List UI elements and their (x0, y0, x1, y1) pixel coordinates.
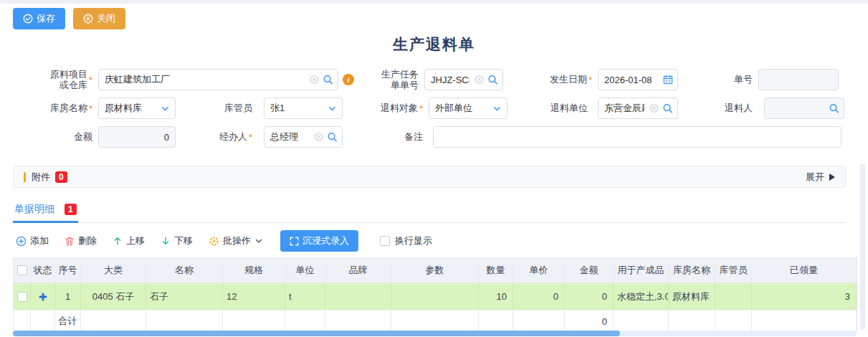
col-header-unit: 单位 (285, 258, 325, 283)
return-target-label: 退料对象 * (343, 98, 429, 119)
search-icon[interactable] (487, 75, 498, 85)
batch-operations-button[interactable]: 批操作 (209, 234, 263, 247)
search-icon[interactable] (323, 75, 333, 85)
col-header-brand: 品牌 (325, 258, 391, 283)
warehouse-keeper-label: 库管员 (176, 98, 258, 119)
plus-icon[interactable] (39, 293, 47, 301)
save-button-label: 保存 (37, 12, 55, 25)
col-header-spec: 规格 (223, 258, 285, 283)
save-button[interactable]: 保存 (13, 8, 65, 29)
clear-icon[interactable] (649, 104, 659, 113)
close-button-label: 关闭 (97, 12, 115, 25)
required-asterisk: * (249, 132, 252, 143)
search-icon[interactable] (327, 132, 338, 143)
cell-name[interactable]: 石子 (146, 283, 223, 310)
chevron-down-icon (492, 104, 502, 113)
detail-table: 状态 序号 大类 名称 规格 单位 品牌 参数 数量 单价 金额 用于产成品 库… (13, 257, 857, 333)
cell-spec[interactable]: 12 (223, 283, 285, 310)
warehouse-name-select[interactable]: 原材料库 (98, 98, 176, 119)
section-marker-icon (24, 172, 26, 182)
col-header-status: 状态 (31, 258, 55, 283)
info-icon[interactable]: i (343, 74, 354, 85)
total-amount-cell: 0 (565, 310, 614, 332)
top-toolbar: 保存 关闭 (0, 4, 868, 29)
clear-icon[interactable] (474, 75, 484, 85)
horizontal-scrollbar-thumb[interactable] (13, 331, 620, 336)
warehouse-keeper-select[interactable]: 张1 (264, 98, 343, 119)
task-no-label: 生产任务单单号 (364, 69, 424, 90)
cell-warehouse[interactable]: 原材料库 (669, 283, 715, 310)
tab-bar: 单据明细 1 (13, 202, 846, 223)
col-header-param: 参数 (391, 258, 479, 283)
fullscreen-brackets-icon (290, 237, 299, 246)
attachment-bar[interactable]: 附件 0 展开 (13, 166, 846, 188)
form-area: 原料项目或仓库 * i 生产任务单单号 发生日期 * (0, 69, 868, 148)
wrap-display-toggle[interactable]: 换行显示 (380, 234, 432, 247)
cell-seq[interactable]: 1 (55, 283, 81, 310)
search-icon[interactable] (829, 103, 839, 114)
remark-input[interactable] (433, 126, 841, 148)
form-row-3: 金额 经办人 * 备注 (11, 126, 868, 148)
required-asterisk: * (588, 75, 592, 85)
horizontal-scrollbar[interactable] (13, 331, 857, 336)
amount-input (98, 126, 176, 148)
table-row[interactable]: 1 0405 石子 石子 12 t 10 0 0 水稳定土,3.0M 原材料库 … (14, 283, 857, 310)
col-header-category: 大类 (81, 258, 146, 283)
col-header-product: 用于产成品 (614, 258, 669, 283)
clear-icon[interactable] (310, 75, 319, 85)
gear-icon (209, 236, 219, 247)
move-up-button[interactable]: 上移 (113, 234, 145, 247)
cell-qty[interactable]: 10 (479, 283, 513, 310)
table-total-row: 合计 0 (14, 310, 857, 333)
arrow-down-icon (161, 236, 171, 246)
table-header-row: 状态 序号 大类 名称 规格 单位 品牌 参数 数量 单价 金额 用于产成品 库… (14, 258, 857, 283)
agent-label: 经办人 * (176, 126, 258, 148)
project-input[interactable] (98, 69, 338, 90)
cell-keeper[interactable] (715, 283, 752, 310)
expand-button[interactable]: 展开 (806, 171, 835, 184)
tab-detail-label: 单据明细 (14, 203, 54, 216)
move-down-button[interactable]: 下移 (161, 234, 193, 247)
return-target-select[interactable]: 外部单位 (429, 98, 507, 119)
cell-product[interactable]: 水稳定土,3.0M (614, 283, 669, 310)
chevron-down-icon (328, 104, 337, 113)
cell-amount[interactable]: 0 (565, 283, 614, 310)
col-header-amount: 金额 (565, 258, 614, 283)
remark-label: 备注 (343, 126, 429, 148)
select-all-checkbox[interactable] (17, 265, 27, 275)
cell-unit[interactable]: t (285, 283, 325, 310)
cell-category[interactable]: 0405 石子 (81, 283, 146, 310)
cell-price[interactable]: 0 (513, 283, 565, 310)
required-asterisk: * (419, 103, 423, 114)
col-header-name: 名称 (146, 258, 223, 283)
cell-param[interactable] (391, 283, 479, 310)
tab-detail[interactable]: 单据明细 1 (13, 203, 78, 223)
plus-circle-icon (16, 236, 27, 247)
row-status-cell[interactable] (31, 283, 55, 310)
doc-no-input (758, 69, 839, 90)
warehouse-name-label: 库房名称 * (11, 98, 98, 119)
search-icon[interactable] (662, 103, 673, 114)
vertical-scrollbar[interactable] (860, 163, 865, 330)
arrow-up-icon (113, 236, 123, 246)
calendar-icon[interactable] (663, 75, 673, 85)
col-header-seq: 序号 (55, 258, 81, 283)
chevron-down-icon (161, 104, 170, 113)
immersive-entry-button[interactable]: 沉浸式录入 (280, 230, 358, 252)
chevron-down-icon (254, 237, 263, 245)
row-checkbox[interactable] (17, 292, 27, 302)
attachment-count-badge: 0 (55, 171, 67, 183)
grid-toolbar: 添加 删除 上移 下移 批操作 沉浸式录入 换行显示 (16, 230, 846, 252)
return-unit-label: 退料单位 (507, 98, 593, 119)
form-row-2: 库房名称 * 原材料库 库管员 张1 退料对象 * 外部单位 (11, 98, 868, 119)
delete-row-button[interactable]: 删除 (65, 234, 97, 247)
cell-received[interactable]: 3 (752, 283, 857, 310)
doc-no-label: 单号 (707, 69, 758, 90)
close-button[interactable]: 关闭 (73, 8, 125, 29)
wrap-display-checkbox[interactable] (380, 236, 390, 246)
close-circle-icon (83, 14, 93, 24)
attachment-label: 附件 (32, 171, 50, 184)
clear-icon[interactable] (314, 133, 323, 142)
add-row-button[interactable]: 添加 (16, 234, 49, 247)
cell-brand[interactable] (325, 283, 391, 310)
